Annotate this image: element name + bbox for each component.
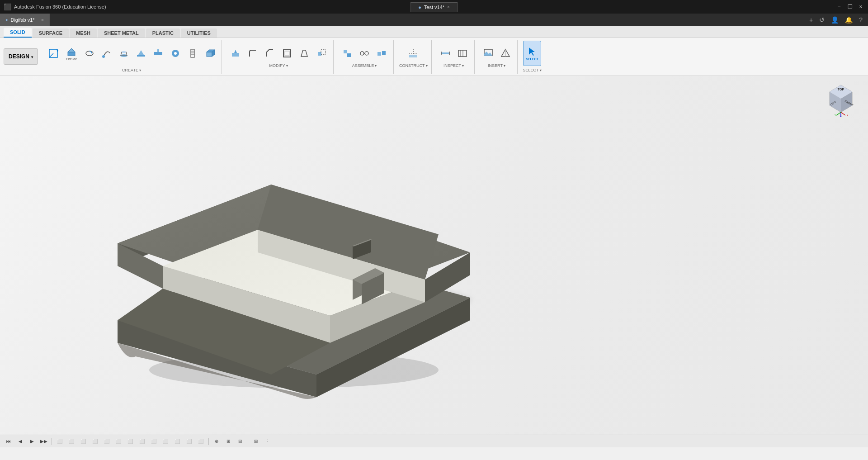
tab-mesh[interactable]: MESH	[70, 28, 97, 38]
insert-mesh-button[interactable]	[497, 45, 514, 62]
create-chevron[interactable]	[139, 68, 141, 72]
doc-tab-bar: ● Digifab v1* × + ↺ 👤 🔔 ?	[0, 14, 868, 26]
construct-main-button[interactable]	[405, 45, 421, 62]
account-button[interactable]: 👤	[829, 16, 840, 24]
timeline-item-8[interactable]: ⬜	[137, 436, 147, 446]
notification-button[interactable]: 🔔	[843, 16, 854, 24]
select-chevron[interactable]	[540, 68, 542, 72]
grid-settings-button[interactable]: ⊞	[251, 436, 261, 446]
svg-rect-25	[285, 51, 289, 56]
doc-tab-digifab[interactable]: ● Digifab v1* ×	[0, 14, 50, 26]
tab-surface[interactable]: SURFACE	[33, 28, 69, 38]
shell-button[interactable]	[279, 45, 295, 62]
status-bar: ⏮ ◀ ▶ ▶▶ ⬜ ⬜ ⬜ ⬜ ⬜ ⬜ ⬜ ⬜ ⬜ ⬜ ⬜ ⬜ ⬜ ⊕ ⊞ ⊟…	[0, 435, 868, 447]
snap-settings-button[interactable]: ⋮	[263, 436, 273, 446]
hole-button[interactable]	[167, 45, 184, 62]
svg-line-1	[49, 53, 53, 57]
press-pull-button[interactable]	[227, 45, 244, 62]
svg-rect-12	[154, 52, 162, 55]
timeline-item-10[interactable]: ⬜	[160, 436, 170, 446]
tab-plastic[interactable]: PLASTIC	[146, 28, 180, 38]
svg-text:Z: Z	[840, 114, 841, 117]
doc-tab-label: Digifab v1*	[10, 17, 34, 23]
fillet-button[interactable]	[245, 45, 261, 62]
select-button[interactable]: SELECT	[523, 41, 541, 66]
construct-label: CONSTRUCT	[399, 63, 428, 68]
modify-icons	[227, 45, 330, 62]
zoom-in-button[interactable]: ⊞	[223, 436, 233, 446]
revolve-button[interactable]	[81, 45, 98, 62]
restore-button[interactable]: ❐	[846, 3, 854, 10]
main-viewport[interactable]: TOP LEFT FRONT Z X Y ⏮ ◀ ▶ ▶▶ ⬜ ⬜ ⬜ ⬜ ⬜ …	[0, 76, 868, 447]
view-cube[interactable]: TOP LEFT FRONT Z X Y	[823, 81, 859, 117]
assemble-label: ASSEMBLE	[352, 63, 377, 68]
new-component-button[interactable]	[339, 45, 355, 62]
close-button[interactable]: ×	[857, 3, 864, 10]
modify-chevron[interactable]	[286, 63, 288, 68]
timeline-item-7[interactable]: ⬜	[125, 436, 135, 446]
help-button[interactable]: ?	[857, 16, 864, 24]
new-sketch-button[interactable]	[45, 45, 61, 62]
inspect-chevron[interactable]	[462, 63, 464, 68]
group-assemble: ASSEMBLE	[335, 40, 394, 74]
loft-button[interactable]	[116, 45, 132, 62]
insert-chevron[interactable]	[504, 63, 505, 68]
assemble-chevron[interactable]	[375, 63, 377, 68]
box-button[interactable]	[202, 45, 218, 62]
play-pause-button[interactable]: ▶	[27, 436, 37, 446]
svg-rect-24	[283, 50, 291, 57]
refresh-button[interactable]: ↺	[817, 16, 826, 24]
prev-button[interactable]: ◀	[15, 436, 25, 446]
timeline-item-11[interactable]: ⬜	[172, 436, 182, 446]
thread-button[interactable]	[184, 45, 201, 62]
extrude-button[interactable]: Extrude	[62, 41, 80, 66]
timeline-item-4[interactable]: ⬜	[90, 436, 100, 446]
insert-image-button[interactable]	[480, 45, 496, 62]
timeline-item-3[interactable]: ⬜	[78, 436, 88, 446]
svg-rect-13	[157, 49, 159, 52]
scale-button[interactable]	[313, 45, 330, 62]
new-tab-button[interactable]: +	[807, 16, 815, 24]
timeline-item-13[interactable]: ⬜	[196, 436, 206, 446]
sweep-button[interactable]	[99, 45, 115, 62]
design-chevron	[31, 53, 33, 60]
active-tab[interactable]: ● Test v14* ×	[410, 2, 458, 12]
app-icon: ⬛	[4, 3, 11, 10]
svg-rect-43	[458, 50, 467, 57]
timeline-item-9[interactable]: ⬜	[149, 436, 159, 446]
zoom-fit-button[interactable]: ⊕	[212, 436, 222, 446]
assemble-icons	[339, 45, 390, 62]
tab-utilities[interactable]: UTILITIES	[181, 28, 217, 38]
timeline-item-12[interactable]: ⬜	[184, 436, 194, 446]
draft-button[interactable]	[296, 45, 312, 62]
minimize-button[interactable]: −	[835, 3, 843, 10]
group-select: SELECT SELECT	[519, 40, 545, 74]
timeline-item-6[interactable]: ⬜	[113, 436, 123, 446]
tab-sheet-metal[interactable]: SHEET METAL	[98, 28, 145, 38]
as-built-joint-button[interactable]	[373, 45, 390, 62]
chamfer-button[interactable]	[262, 45, 278, 62]
toolbar-main: DESIGN Extrude	[0, 38, 868, 76]
measure-button[interactable]	[437, 45, 453, 62]
timeline-item-1[interactable]: ⬜	[55, 436, 65, 446]
timeline-item-5[interactable]: ⬜	[102, 436, 112, 446]
play-button[interactable]: ⏮	[4, 436, 14, 446]
zoom-out-button[interactable]: ⊟	[235, 436, 245, 446]
svg-text:TOP: TOP	[838, 88, 844, 91]
timeline-item-2[interactable]: ⬜	[66, 436, 76, 446]
tab-solid[interactable]: SOLID	[4, 28, 32, 38]
inspect-icons	[437, 45, 471, 62]
construct-chevron[interactable]	[426, 63, 428, 68]
inspect-main-button[interactable]	[454, 45, 471, 62]
web-button[interactable]	[150, 45, 166, 62]
tab-close-button[interactable]: ×	[447, 5, 450, 9]
model-viewport[interactable]: TOP LEFT FRONT Z X Y	[0, 76, 868, 447]
doc-tab-close[interactable]: ×	[41, 17, 44, 23]
joint-button[interactable]	[356, 45, 373, 62]
svg-marker-4	[68, 48, 75, 52]
next-button[interactable]: ▶▶	[39, 436, 49, 446]
svg-point-15	[174, 52, 177, 55]
svg-marker-26	[301, 50, 307, 57]
design-dropdown[interactable]: DESIGN	[4, 48, 38, 65]
rib-button[interactable]	[133, 45, 149, 62]
